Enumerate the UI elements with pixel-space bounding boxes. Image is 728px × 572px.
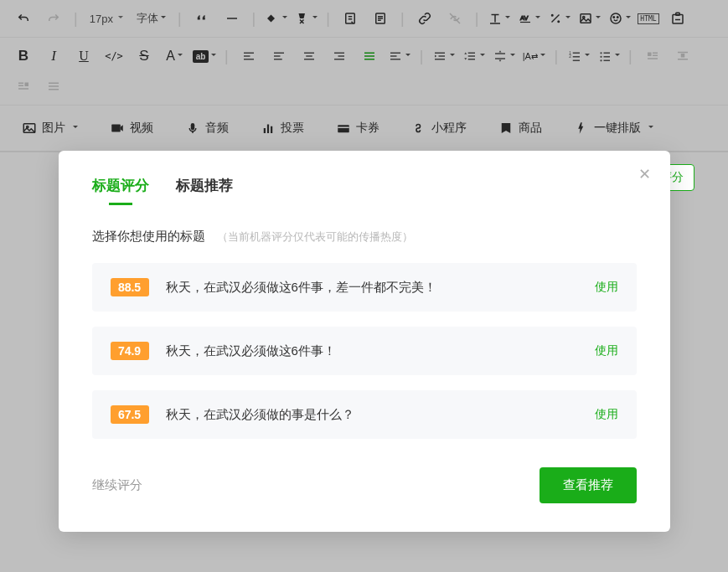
title-text: 秋天，在武汉必须做这6件事，差一件都不完美！ [166, 280, 578, 296]
title-text: 秋天，在武汉必须做的事是什么？ [166, 407, 578, 423]
title-row: 74.9 秋天，在武汉必须做这6件事！ 使用 [92, 327, 637, 375]
use-button[interactable]: 使用 [595, 407, 618, 422]
score-badge: 67.5 [111, 405, 149, 424]
use-button[interactable]: 使用 [595, 280, 618, 295]
modal-tabs: 标题评分 标题推荐 [92, 176, 637, 205]
modal-footer: 继续评分 查看推荐 [92, 467, 637, 503]
tab-recommend[interactable]: 标题推荐 [176, 176, 233, 205]
title-row: 67.5 秋天，在武汉必须做的事是什么？ 使用 [92, 390, 637, 439]
score-badge: 88.5 [111, 278, 149, 296]
title-score-modal: ✕ 标题评分 标题推荐 选择你想使用的标题 （当前机器评分仅代表可能的传播热度）… [59, 151, 670, 532]
close-icon[interactable]: ✕ [635, 164, 655, 184]
tab-score[interactable]: 标题评分 [92, 176, 149, 205]
view-recommend-button[interactable]: 查看推荐 [540, 467, 637, 503]
continue-scoring-button[interactable]: 继续评分 [92, 477, 142, 493]
modal-subhead: 选择你想使用的标题 （当前机器评分仅代表可能的传播热度） [92, 229, 637, 245]
title-row: 88.5 秋天，在武汉必须做这6件事，差一件都不完美！ 使用 [92, 263, 637, 312]
subhead-text: 选择你想使用的标题 [92, 229, 205, 245]
use-button[interactable]: 使用 [595, 343, 618, 358]
title-text: 秋天，在武汉必须做这6件事！ [166, 343, 578, 359]
score-badge: 74.9 [111, 342, 149, 360]
title-suggestion-list: 88.5 秋天，在武汉必须做这6件事，差一件都不完美！ 使用 74.9 秋天，在… [92, 263, 637, 439]
subhead-hint: （当前机器评分仅代表可能的传播热度） [217, 229, 413, 245]
